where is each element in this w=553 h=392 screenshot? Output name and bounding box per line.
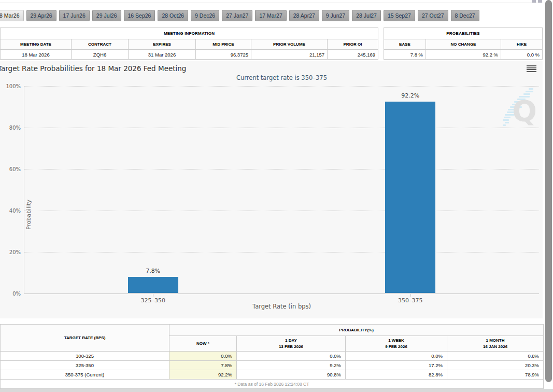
tab-9-jun27[interactable]: 9 Jun27	[322, 10, 349, 21]
chart-context-menu-icon[interactable]	[527, 65, 536, 73]
probability-cell: 78.9%	[447, 370, 544, 380]
col-1month-date: 16 JAN 2026	[449, 344, 541, 350]
history-tbody: 300-3250.0%0.0%0.0%0.8%325-3507.8%9.2%17…	[1, 352, 544, 380]
x-axis-line	[24, 293, 539, 294]
probability-cell: 90.8%	[237, 370, 346, 380]
table-row: 325-3507.8%9.2%17.2%20.3%	[1, 361, 544, 370]
hike-value: 0.0 %	[501, 50, 543, 60]
col-prior-oi: PRIOR OI	[328, 39, 378, 50]
rate-range-cell: 325-350	[1, 361, 169, 370]
tab-29-apr26[interactable]: 29 Apr26	[26, 10, 56, 21]
col-no-change: NO CHANGE	[426, 39, 501, 50]
y-tick-label-100%: 100%	[6, 83, 21, 89]
top-divider	[0, 3, 543, 3]
mid-price-value: 96.3725	[196, 50, 251, 60]
y-tick-label-40%: 40%	[9, 208, 21, 214]
col-1-month: 1 MONTH16 JAN 2026	[447, 336, 544, 352]
probability-cell: 17.2%	[346, 361, 447, 370]
y-axis-title: Probability	[25, 200, 32, 230]
gridline-20%	[24, 252, 539, 253]
probabilities-title: PROBABILITIES	[384, 28, 543, 39]
probability-cell: 0.0%	[237, 352, 346, 361]
bar-value-label: 92.2%	[385, 92, 435, 99]
plot-area: Probability 0%20%40%60%80%100%7.8%325–35…	[24, 86, 539, 293]
probability-cell: 82.8%	[346, 370, 447, 380]
bar-350–375[interactable]	[385, 102, 435, 293]
x-axis-title: Target Rate (in bps)	[24, 303, 539, 310]
meeting-info-title: MEETING INFORMATION	[1, 28, 378, 39]
chart-subtitle: Current target rate is 350–375	[24, 74, 539, 81]
col-1-day: 1 DAY13 FEB 2026	[237, 336, 346, 352]
bottom-edge-strip	[0, 389, 553, 392]
tab-8-mar26[interactable]: 8 Mar26	[0, 10, 24, 21]
vertical-scrollbar-thumb[interactable]	[545, 0, 552, 382]
tab-17-jun26[interactable]: 17 Jun26	[59, 10, 90, 21]
tab-28-oct26[interactable]: 28 Oct26	[158, 10, 188, 21]
probability-cell: 7.8%	[169, 361, 237, 370]
col-1week-date: 9 FEB 2026	[348, 344, 445, 350]
rate-range-cell: 300-325	[1, 352, 169, 361]
prior-oi-value: 245,169	[328, 50, 378, 60]
tab-bar: 8 Mar2629 Apr2617 Jun2629 Jul2616 Sep262…	[0, 10, 479, 21]
clipped-icon	[532, 0, 536, 3]
bar-value-label: 7.8%	[128, 268, 178, 274]
tab-9-dec26[interactable]: 9 Dec26	[191, 10, 219, 21]
clipped-icon	[538, 0, 542, 3]
x-axis-tick	[410, 294, 411, 297]
gridline-100%	[24, 86, 539, 87]
tab-15-sep27[interactable]: 15 Sep27	[384, 10, 415, 21]
tab-29-jul26[interactable]: 29 Jul26	[92, 10, 121, 21]
gridline-80%	[24, 128, 539, 128]
col-expires: EXPIRES	[129, 39, 196, 50]
col-1week-label: 1 WEEK	[348, 338, 445, 344]
prior-volume-value: 21,157	[251, 50, 328, 60]
rate-range-cell: 350-375 (Current)	[1, 370, 169, 380]
col-prior-volume: PRIOR VOLUME	[251, 39, 328, 50]
meeting-date-value: 18 Mar 2026	[1, 50, 72, 60]
history-table: TARGET RATE (BPS) PROBABILITY(%) NOW * 1…	[0, 324, 544, 389]
tab-27-jan27[interactable]: 27 Jan27	[222, 10, 252, 21]
col-mid-price: MID PRICE	[196, 39, 251, 50]
tab-8-dec27[interactable]: 8 Dec27	[451, 10, 479, 21]
probability-group-header: PROBABILITY(%)	[169, 325, 544, 336]
probability-cell: 0.0%	[169, 352, 237, 361]
probability-cell: 92.2%	[169, 370, 237, 380]
data-as-of-footnote: * Data as of 16 Feb 2026 12:24:08 CT	[1, 380, 544, 389]
target-rate-chart: Target Rate Probabilities for 18 Mar 202…	[0, 61, 543, 318]
tab-28-apr27[interactable]: 28 Apr27	[289, 10, 319, 21]
clipped-toolbar-icons	[532, 0, 542, 3]
no-change-value: 92.2 %	[426, 50, 501, 60]
col-meeting-date: MEETING DATE	[1, 39, 72, 50]
y-axis-line	[24, 86, 24, 294]
probability-cell: 20.3%	[447, 361, 544, 370]
meeting-information-table: MEETING INFORMATION MEETING DATE CONTRAC…	[0, 27, 378, 60]
y-tick-label-20%: 20%	[9, 249, 21, 255]
bar-325–350[interactable]	[128, 277, 178, 293]
tab-16-sep26[interactable]: 16 Sep26	[124, 10, 155, 21]
gridline-60%	[24, 169, 539, 170]
fedwatch-page: 8 Mar2629 Apr2617 Jun2629 Jul2616 Sep262…	[0, 0, 553, 392]
chart-title: Target Rate Probabilities for 18 Mar 202…	[0, 64, 186, 73]
col-contract: CONTRACT	[72, 39, 129, 50]
tab-17-mar27[interactable]: 17 Mar27	[255, 10, 286, 21]
tab-27-oct27[interactable]: 27 Oct27	[418, 10, 448, 21]
col-1-week: 1 WEEK9 FEB 2026	[346, 336, 447, 352]
y-tick-label-0%: 0%	[12, 291, 21, 297]
col-1day-date: 13 FEB 2026	[239, 344, 343, 350]
ease-value: 7.8 %	[384, 50, 426, 60]
col-hike: HIKE	[501, 39, 543, 50]
col-1day-label: 1 DAY	[239, 338, 343, 344]
table-row: 300-3250.0%0.0%0.0%0.8%	[1, 352, 544, 361]
tab-28-jul27[interactable]: 28 Jul27	[352, 10, 381, 21]
y-tick-label-80%: 80%	[9, 125, 21, 131]
col-ease: EASE	[384, 39, 426, 50]
probability-cell: 0.8%	[447, 352, 544, 361]
col-1month-label: 1 MONTH	[449, 338, 541, 344]
col-now: NOW *	[169, 336, 237, 352]
col-now-label: NOW *	[172, 341, 234, 347]
target-rate-header: TARGET RATE (BPS)	[1, 325, 169, 352]
contract-value: ZQH6	[72, 50, 129, 60]
probabilities-table: PROBABILITIES EASE NO CHANGE HIKE 7.8 % …	[384, 27, 543, 60]
expires-value: 31 Mar 2026	[129, 50, 196, 60]
x-axis-tick	[153, 294, 153, 297]
